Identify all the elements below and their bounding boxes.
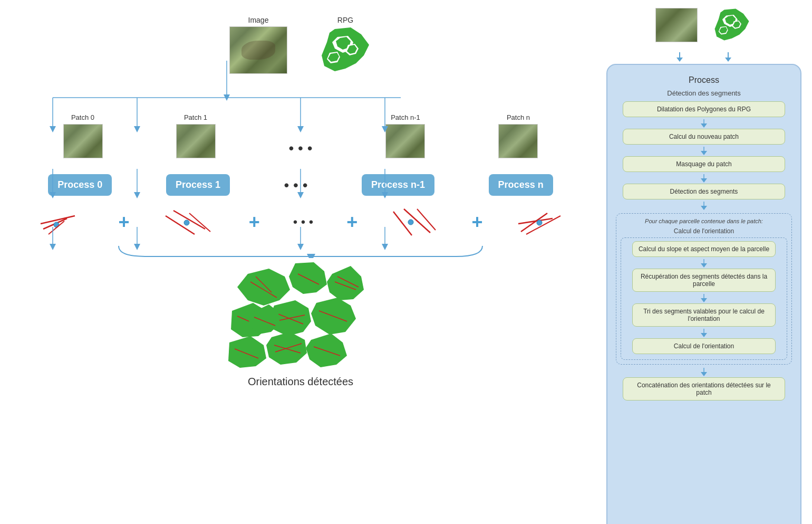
right-satellite-img <box>655 8 698 42</box>
process-0-box: Process 0 <box>48 174 112 196</box>
inner-flow-box-1: Calcul du slope et aspect moyen de la pa… <box>632 241 776 257</box>
rpg-block: RPG <box>319 16 372 74</box>
plus-1: + <box>249 211 260 233</box>
svg-marker-78 <box>701 178 707 183</box>
svg-marker-74 <box>701 123 707 128</box>
plus-2: + <box>346 211 357 233</box>
svg-marker-84 <box>701 298 707 302</box>
flow-box-1-text: Dilatation des Polygones du RPG <box>657 106 751 113</box>
patch-0-image <box>63 124 103 158</box>
right-arrows-top <box>606 52 801 62</box>
svg-line-27 <box>189 213 210 232</box>
orientation-calc-title: Calcul de l'orientation <box>621 227 787 235</box>
process-n-box: Process n <box>489 174 553 196</box>
svg-marker-70 <box>676 58 683 62</box>
arrow-bottom <box>614 368 794 376</box>
left-diagram: Image RPG Patch 0 <box>0 0 601 524</box>
inner-dashed-section: Calcul du slope et aspect moyen de la pa… <box>621 237 787 360</box>
right-sat-block <box>655 8 698 44</box>
process-n1-box: Process n-1 <box>362 174 434 196</box>
svg-point-28 <box>184 220 189 225</box>
main-container: Image RPG Patch 0 <box>0 0 812 524</box>
satellite-image <box>229 26 287 74</box>
flow-box-4-text: Détection des segments <box>670 188 738 195</box>
svg-line-31 <box>417 209 436 230</box>
patch-1-label: Patch 1 <box>184 113 207 121</box>
orientations-map-svg <box>227 258 374 371</box>
segment-diagram-n <box>516 208 563 237</box>
plus-3: + <box>471 211 482 233</box>
bottom-section: Orientations détectées <box>11 243 591 388</box>
rpg-image <box>319 26 372 74</box>
arrow-down-icon-1 <box>701 119 707 128</box>
svg-marker-82 <box>701 263 707 268</box>
inner-flow-box-3-text: Tri des segments valables pour le calcul… <box>643 308 765 322</box>
inner-arrow-down-2 <box>701 294 707 302</box>
arrow-3 <box>614 174 794 183</box>
inner-arrow-3 <box>624 329 784 337</box>
flow-box-2-text: Calcul du nouveau patch <box>669 133 739 140</box>
right-process-container: Process Détection des segments Dilatatio… <box>606 64 801 524</box>
detection-title: Détection des segments <box>614 89 794 97</box>
arrow-down-icon-2 <box>701 147 707 155</box>
patch-row: Patch 0 Patch 1 • • • Patch n-1 Patch n <box>11 113 591 158</box>
svg-marker-72 <box>725 58 731 62</box>
arrow-down-icon-bottom <box>701 368 707 376</box>
inner-flow-box-1-text: Calcul du slope et aspect moyen de la pa… <box>639 245 769 253</box>
segment-diagram-n1 <box>391 206 438 238</box>
patch-n1-label: Patch n-1 <box>391 113 420 121</box>
inner-flow-box-4-text: Calcul de l'orientation <box>674 342 734 350</box>
arrow-2 <box>614 147 794 155</box>
flow-box-4: Détection des segments <box>623 184 785 199</box>
svg-marker-43 <box>327 266 364 300</box>
right-arrow-down-2 <box>725 52 731 62</box>
svg-marker-41 <box>289 262 327 294</box>
segments-row: + + • • • + + <box>11 206 591 238</box>
inner-flow-box-2: Récupération des segments détectés dans … <box>632 269 776 292</box>
right-top-images <box>606 8 801 44</box>
brace-svg <box>103 243 498 258</box>
flow-box-2: Calcul du nouveau patch <box>623 129 785 145</box>
image-label: Image <box>248 16 269 24</box>
segment-diagram-1 <box>163 208 216 237</box>
arrow-4 <box>614 202 794 210</box>
svg-marker-53 <box>228 336 266 368</box>
patch-0-label: Patch 0 <box>71 113 94 121</box>
inner-flow-box-4: Calcul de l'orientation <box>632 338 776 354</box>
right-arrow-down-1 <box>676 52 683 62</box>
svg-marker-88 <box>701 372 707 376</box>
right-process-title: Process <box>614 75 794 85</box>
inner-arrow-down-3 <box>701 329 707 337</box>
patch-n-block: Patch n <box>498 113 538 158</box>
svg-point-36 <box>537 220 542 225</box>
patch-n1-block: Patch n-1 <box>385 113 425 158</box>
svg-marker-58 <box>306 334 347 367</box>
arrow-down-icon-4 <box>701 202 707 210</box>
parcelle-label: Pour chaque parcelle contenue dans le pa… <box>621 218 787 224</box>
process-row: Process 0 Process 1 • • • Process n-1 Pr… <box>11 174 591 196</box>
flow-box-3: Masquage du patch <box>623 156 785 172</box>
middle-dots-process: • • • <box>284 177 307 194</box>
inner-flow-box-2-text: Récupération des segments détectés dans … <box>641 273 767 288</box>
patch-n1-image <box>385 124 425 158</box>
svg-line-25 <box>166 216 195 234</box>
inner-arrow-2 <box>624 294 784 302</box>
dots-segments: • • • <box>293 215 314 230</box>
segment-diagram-0 <box>38 208 85 237</box>
svg-marker-38 <box>237 269 290 306</box>
orientations-label: Orientations détectées <box>248 376 353 388</box>
arrow-down-icon-3 <box>701 174 707 183</box>
svg-point-32 <box>408 220 413 225</box>
image-block: Image <box>229 16 287 74</box>
svg-line-30 <box>404 209 430 233</box>
plus-0: + <box>119 211 130 233</box>
concat-box-text: Concaténation des orientations détectées… <box>637 382 771 396</box>
concat-box: Concaténation des orientations détectées… <box>623 377 785 401</box>
right-rpg-image <box>711 8 753 42</box>
process-1-box: Process 1 <box>166 174 230 196</box>
inner-arrow-1 <box>624 259 784 268</box>
patch-1-image <box>176 124 216 158</box>
flow-box-3-text: Masquage du patch <box>676 160 731 168</box>
right-side: Process Détection des segments Dilatatio… <box>601 0 812 524</box>
svg-marker-76 <box>701 151 707 155</box>
